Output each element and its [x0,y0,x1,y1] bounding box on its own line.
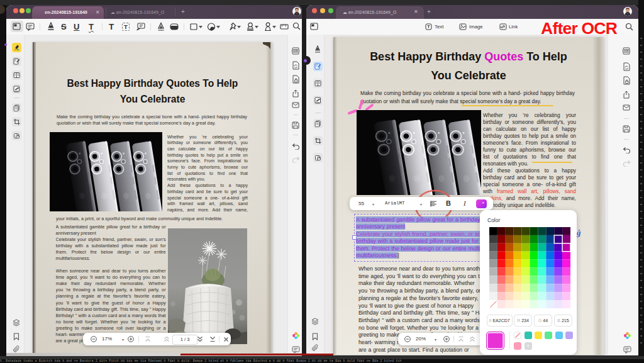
svg-text:OCR: OCR [293,50,298,52]
svg-text:OCR: OCR [624,50,629,52]
